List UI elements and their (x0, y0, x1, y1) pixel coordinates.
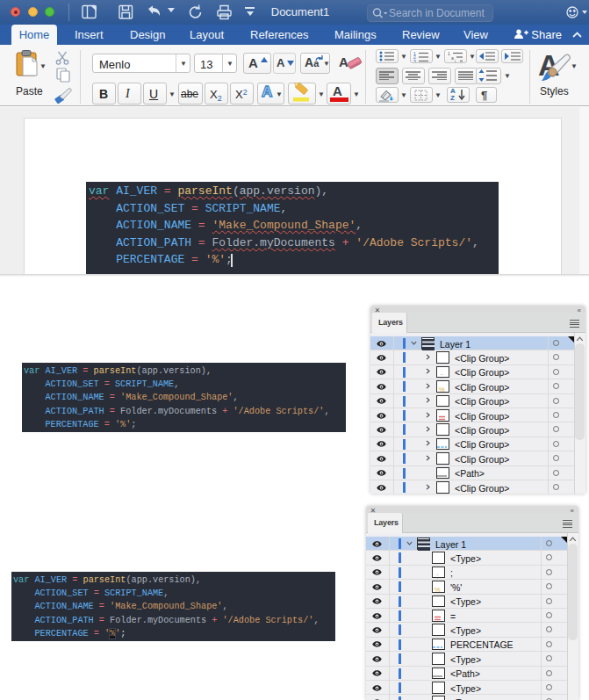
svg-text:;: ; (441, 371, 442, 379)
svg-text:3: 3 (413, 59, 416, 62)
svg-text:a: a (451, 55, 454, 61)
svg-text:%: % (435, 586, 441, 594)
svg-text:%: % (439, 386, 445, 393)
svg-text:;: ; (436, 571, 438, 579)
svg-text:1: 1 (448, 51, 450, 56)
svg-text:i: i (455, 59, 456, 62)
